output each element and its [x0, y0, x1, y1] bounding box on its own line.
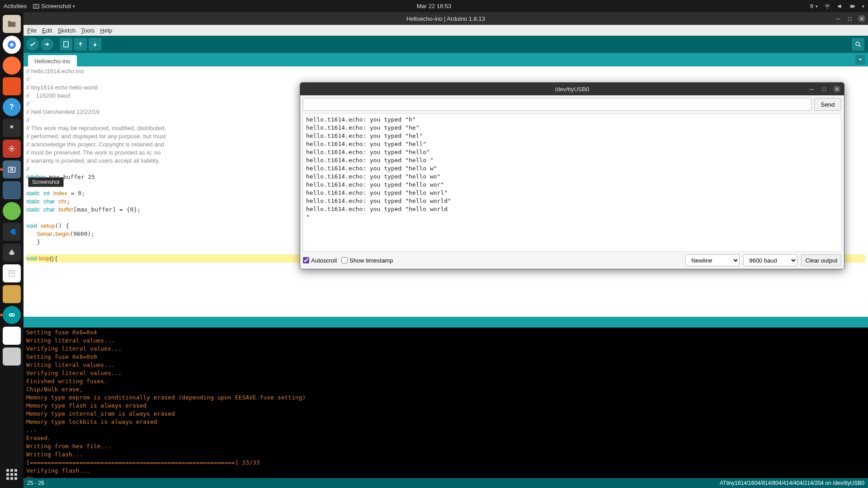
serial-monitor-button[interactable] — [852, 38, 864, 51]
svg-point-6 — [10, 43, 13, 46]
status-bar: 25 - 26 ATtiny1614/1604/814/804/414/404/… — [24, 478, 868, 488]
dock-app-firefox[interactable] — [3, 56, 21, 75]
svg-point-7 — [11, 148, 13, 150]
serial-close-button[interactable]: ✕ — [833, 85, 840, 93]
serial-title: /dev/ttyUSB0 — [555, 86, 590, 93]
timestamp-checkbox[interactable]: Show timestamp — [341, 257, 393, 264]
menu-sketch[interactable]: Sketch — [57, 27, 75, 34]
wifi-icon[interactable] — [824, 3, 830, 9]
serial-output[interactable]: hello.t1614.echo: you typed "h" hello.t1… — [303, 113, 841, 252]
dock-app-help[interactable]: ? — [3, 98, 21, 116]
app-menu-label: Screenshot — [41, 3, 71, 9]
svg-point-14 — [856, 42, 859, 46]
show-applications-button[interactable] — [3, 465, 21, 483]
new-button[interactable] — [60, 38, 72, 51]
gnome-topbar: Activities Screenshot ▾ Mar 22 18:53 fr▾… — [0, 0, 868, 12]
clear-output-button[interactable]: Clear output — [801, 254, 841, 266]
dock-tooltip: Screenshot — [28, 177, 64, 187]
window-titlebar[interactable]: Helloecho-ino | Arduino 1.8.13 ─ □ ✕ — [24, 12, 868, 25]
svg-point-9 — [11, 169, 13, 171]
dock-app-tweaks[interactable] — [3, 119, 21, 137]
dock-app-libreoffice[interactable] — [3, 285, 21, 303]
verify-button[interactable] — [26, 38, 39, 51]
save-button[interactable] — [89, 38, 101, 51]
dock-app-software[interactable] — [3, 77, 21, 95]
dock-app-vscode[interactable] — [3, 223, 21, 241]
serial-input[interactable] — [303, 98, 811, 111]
dock-app-chrome[interactable] — [3, 36, 21, 54]
dock-app-inkscape[interactable] — [3, 244, 21, 262]
system-menu-chevron-icon[interactable]: ▾ — [862, 4, 864, 9]
dock-app-monitor[interactable] — [3, 181, 21, 199]
baud-select[interactable]: 9600 baud — [743, 254, 797, 266]
dock-app-screenshot[interactable] — [3, 160, 21, 178]
minimize-button[interactable]: ─ — [835, 15, 842, 22]
svg-rect-13 — [64, 42, 68, 47]
menubar: File Edit Sketch Tools Help — [24, 25, 868, 36]
menu-tools[interactable]: Tools — [81, 27, 94, 34]
gnome-dock: ? — [0, 12, 24, 488]
serial-titlebar[interactable]: /dev/ttyUSB0 ─ □ ✕ — [300, 83, 844, 95]
send-button[interactable]: Send — [814, 98, 841, 111]
volume-icon[interactable] — [837, 3, 843, 9]
menu-help[interactable]: Help — [100, 27, 112, 34]
autoscroll-checkbox[interactable]: Autoscroll — [303, 257, 337, 264]
board-port-label: ATtiny1614/1604/814/804/414/404/214/204 … — [720, 480, 864, 486]
toolbar — [24, 36, 868, 53]
dock-app-usb[interactable] — [3, 347, 21, 366]
tab-menu-button[interactable] — [855, 55, 865, 65]
serial-maximize-button[interactable]: □ — [821, 85, 828, 93]
svg-rect-8 — [9, 167, 15, 172]
dock-app-files[interactable] — [3, 15, 21, 33]
svg-rect-4 — [851, 5, 854, 7]
window-title: Helloecho-ino | Arduino 1.8.13 — [406, 15, 485, 22]
app-menu[interactable]: Screenshot ▾ — [33, 3, 75, 9]
dock-app-slack[interactable] — [3, 327, 21, 345]
status-band — [24, 317, 868, 328]
open-button[interactable] — [74, 38, 87, 51]
tab-bar: Helloecho-ino — [24, 53, 868, 66]
screenshot-app-icon — [33, 3, 39, 9]
dock-app-gnome[interactable] — [3, 202, 21, 220]
svg-rect-0 — [33, 4, 39, 8]
menu-file[interactable]: File — [27, 27, 37, 34]
lang-indicator[interactable]: fr▾ — [810, 3, 818, 9]
chevron-down-icon: ▾ — [73, 4, 75, 9]
line-ending-select[interactable]: Newline — [685, 254, 740, 266]
svg-rect-3 — [854, 6, 855, 7]
serial-minimize-button[interactable]: ─ — [808, 85, 815, 93]
build-console[interactable]: Setting fuse 0x6=0x4 Writing literal val… — [24, 328, 868, 478]
close-button[interactable]: ✕ — [858, 15, 865, 22]
tab-helloecho[interactable]: Helloecho-ino — [28, 55, 77, 66]
activities-button[interactable]: Activities — [4, 3, 27, 9]
serial-monitor-window: /dev/ttyUSB0 ─ □ ✕ Send hello.t1614.echo… — [300, 82, 844, 269]
svg-point-1 — [35, 5, 37, 7]
battery-icon[interactable] — [849, 3, 856, 9]
menu-edit[interactable]: Edit — [42, 27, 52, 34]
upload-button[interactable] — [41, 38, 53, 51]
dock-app-texteditor[interactable] — [3, 264, 21, 282]
cursor-position: 25 - 26 — [27, 480, 44, 486]
dock-app-arduino[interactable] — [3, 306, 21, 324]
maximize-button[interactable]: □ — [846, 15, 854, 22]
clock[interactable]: Mar 22 18:53 — [417, 3, 452, 9]
dock-app-settings[interactable] — [3, 140, 21, 158]
